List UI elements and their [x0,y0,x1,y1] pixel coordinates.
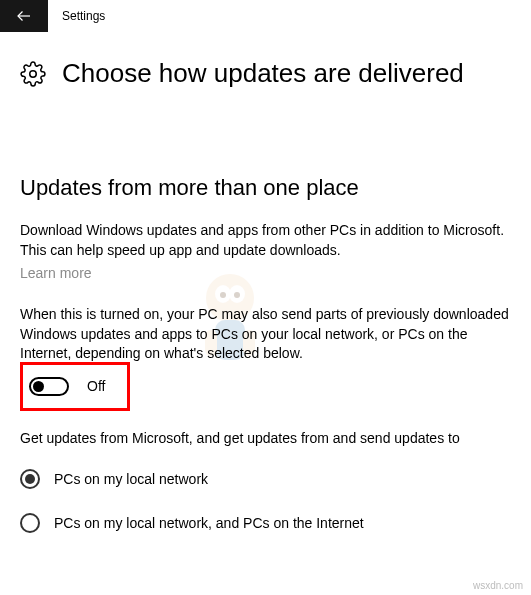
delivery-toggle[interactable] [29,377,69,396]
watermark: wsxdn.com [473,580,523,591]
radio-icon [20,469,40,489]
gear-icon [20,61,46,87]
sub-description: Get updates from Microsoft, and get upda… [20,429,511,449]
back-arrow-icon [15,7,33,25]
section-paragraph-2: When this is turned on, your PC may also… [20,305,511,364]
svg-point-9 [30,70,37,77]
radio-option-local[interactable]: PCs on my local network [20,469,511,489]
toggle-highlight-box: Off [20,362,130,411]
radio-label: PCs on my local network, and PCs on the … [54,515,364,531]
section-heading: Updates from more than one place [20,175,511,201]
learn-more-link[interactable]: Learn more [20,265,92,281]
toggle-state-label: Off [87,378,105,394]
back-button[interactable] [0,0,48,32]
radio-option-local-and-internet[interactable]: PCs on my local network, and PCs on the … [20,513,511,533]
page-heading-row: Choose how updates are delivered [20,58,511,89]
content: Choose how updates are delivered Updates… [0,32,531,577]
titlebar-label: Settings [62,9,105,23]
titlebar: Settings [0,0,531,32]
radio-icon [20,513,40,533]
toggle-knob [33,381,44,392]
section-paragraph-1: Download Windows updates and apps from o… [20,221,511,260]
radio-label: PCs on my local network [54,471,208,487]
page-title: Choose how updates are delivered [62,58,464,89]
